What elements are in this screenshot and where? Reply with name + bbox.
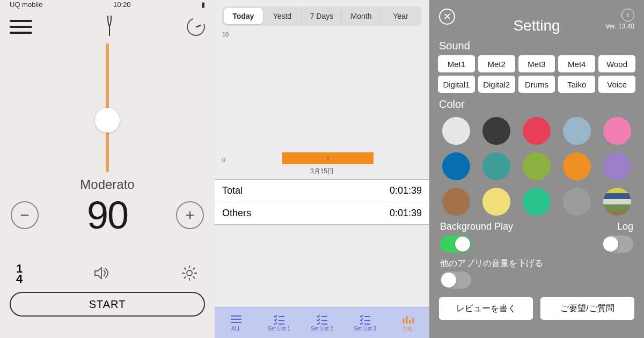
color-swatch-8[interactable] — [563, 152, 591, 180]
sound-taiko[interactable]: Taiko — [558, 76, 595, 93]
tab-bar: ALL Set List 1 Set List 2 Set List 3 Log — [215, 307, 429, 338]
clock: 10:20 — [113, 1, 131, 9]
log-screen: Today Yestd 7 Days Month Year 10 0 1 3月1… — [215, 0, 429, 338]
sound-met3[interactable]: Met3 — [518, 55, 555, 72]
tempo-name: Moderato — [0, 177, 215, 192]
lower-volume-label: 他のアプリの音量を下げる — [429, 253, 644, 271]
sound-wood[interactable]: Wood — [598, 55, 635, 72]
bg-play-toggle[interactable] — [440, 236, 471, 253]
close-icon[interactable]: ✕ — [439, 9, 455, 25]
svg-point-0 — [187, 270, 192, 276]
color-swatch-3[interactable] — [563, 117, 591, 145]
color-swatch-6[interactable] — [482, 152, 510, 180]
sound-digital2[interactable]: Digital2 — [478, 76, 515, 93]
seg-today[interactable]: Today — [224, 8, 263, 24]
row-total: Total 0:01:39 — [215, 180, 429, 202]
tab-setlist2[interactable]: Set List 2 — [301, 307, 343, 338]
lower-volume-toggle[interactable] — [440, 271, 471, 289]
color-swatch-14[interactable] — [603, 188, 631, 216]
color-grid — [429, 114, 644, 216]
chart-bar: 1 — [282, 152, 374, 164]
summary-rows: Total 0:01:39 Others 0:01:39 — [215, 179, 429, 225]
version-info: i Ver. 13.40 — [605, 9, 634, 30]
top-bar — [0, 9, 215, 41]
color-swatch-2[interactable] — [523, 117, 551, 145]
color-swatch-12[interactable] — [523, 188, 551, 216]
color-swatch-11[interactable] — [482, 188, 510, 216]
carrier: UQ mobile — [10, 1, 42, 9]
status-bar: UQ mobile 10:20 ▮ — [0, 0, 215, 9]
log-toggle-label: Log — [602, 221, 633, 232]
bpm-value: 90 — [87, 193, 128, 237]
sound-voice[interactable]: Voice — [598, 76, 635, 93]
sound-met2[interactable]: Met2 — [478, 55, 515, 72]
sound-section-label: Sound — [429, 34, 644, 55]
tab-setlist1[interactable]: Set List 1 — [258, 307, 301, 338]
tab-all[interactable]: ALL — [215, 307, 258, 338]
sound-met1[interactable]: Met1 — [438, 55, 475, 72]
metronome-screen: UQ mobile 10:20 ▮ Moderato − 90 + 1 4 ST… — [0, 0, 215, 338]
sound-digital1[interactable]: Digital1 — [438, 76, 475, 93]
info-icon[interactable]: i — [621, 9, 634, 21]
bg-play-label: Background Play — [440, 221, 513, 232]
color-swatch-10[interactable] — [442, 188, 470, 216]
settings-screen: ✕ i Ver. 13.40 Setting Sound Met1Met2Met… — [429, 0, 644, 338]
settings-icon[interactable] — [180, 264, 199, 284]
color-swatch-5[interactable] — [442, 152, 470, 180]
seg-year[interactable]: Year — [381, 8, 420, 24]
color-swatch-13[interactable] — [563, 188, 591, 216]
sound-drums[interactable]: Drums — [518, 76, 555, 93]
start-button[interactable]: START — [10, 292, 205, 317]
color-section-label: Color — [429, 93, 644, 114]
increment-button[interactable]: + — [176, 201, 204, 229]
color-swatch-4[interactable] — [603, 117, 631, 145]
seg-month[interactable]: Month — [342, 8, 382, 24]
period-segmented: Today Yestd 7 Days Month Year — [222, 6, 422, 26]
decrement-button[interactable]: − — [11, 201, 39, 229]
tuning-fork-icon[interactable] — [102, 15, 117, 39]
speaker-icon[interactable] — [92, 264, 111, 284]
color-swatch-0[interactable] — [442, 117, 470, 145]
color-swatch-9[interactable] — [603, 152, 631, 180]
tempo-slider[interactable] — [0, 41, 215, 175]
color-swatch-7[interactable] — [523, 152, 551, 180]
review-button[interactable]: レビューを書く — [439, 297, 533, 320]
sound-grid: Met1Met2Met3Met4WoodDigital1Digital2Drum… — [429, 55, 644, 93]
color-swatch-1[interactable] — [482, 117, 510, 145]
usage-chart: 10 0 1 3月15日 — [218, 29, 426, 179]
timer-icon[interactable] — [184, 14, 208, 39]
x-label: 3月15日 — [218, 167, 426, 176]
seg-yesterday[interactable]: Yestd — [263, 8, 303, 24]
y-min: 0 — [222, 157, 225, 163]
battery-icon: ▮ — [201, 1, 205, 9]
tab-setlist3[interactable]: Set List 3 — [343, 307, 386, 338]
feedback-button[interactable]: ご要望/ご質問 — [540, 297, 634, 320]
y-max: 10 — [222, 31, 229, 38]
seg-7days[interactable]: 7 Days — [302, 8, 342, 24]
menu-icon[interactable] — [10, 20, 32, 34]
row-others: Others 0:01:39 — [215, 202, 429, 225]
sound-met4[interactable]: Met4 — [558, 55, 595, 72]
time-signature[interactable]: 1 4 — [16, 264, 23, 284]
log-toggle[interactable] — [602, 236, 633, 253]
tab-log[interactable]: Log — [386, 307, 429, 338]
